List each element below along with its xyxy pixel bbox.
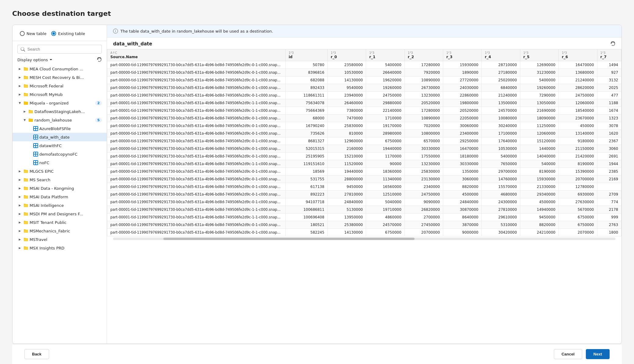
display-options-button[interactable]: Display options (17, 58, 53, 62)
chevron-icon (17, 237, 22, 242)
folder-icon (23, 92, 28, 97)
tree-item-data-with-date[interactable]: data_with_date (12, 133, 107, 141)
chevron-icon (17, 169, 22, 174)
next-button[interactable]: Next (586, 349, 610, 359)
folder-icon (23, 203, 28, 208)
svg-rect-13 (29, 118, 30, 119)
table-row: part-00000-tid-11990797699291730-b0ca7dd… (107, 76, 622, 84)
table-row: part-00000-tid-11990797699291730-b0ca7dd… (107, 229, 622, 236)
tree-container: MEA Cloud Consumption ... MESH Cost Reco… (12, 65, 107, 344)
data-table-wrapper[interactable]: A↑C Source.Name 1²3 id (107, 49, 622, 344)
table-row: part-00000-tid-11990797699291730-b0ca7dd… (107, 61, 622, 69)
tree-item-msmechanics[interactable]: MSMechanics_Fabric (12, 227, 107, 235)
item-label-msdi: MSDI PM and Designers F... (30, 212, 102, 216)
tree-item-msft-federal[interactable]: Microsoft Federal (12, 82, 107, 90)
svg-rect-23 (24, 204, 26, 205)
radio-existing-table[interactable]: Existing table (49, 30, 87, 37)
tree-item-msx[interactable]: MSX Insights PRD (12, 244, 107, 252)
tree-item-myhub[interactable]: Microsoft MyHub (12, 90, 107, 99)
col-header-r3: 1²3 r_3 (443, 49, 482, 61)
item-label-msft-federal: Microsoft Federal (30, 84, 102, 88)
refresh-icon[interactable] (97, 57, 102, 62)
folder-icon (23, 237, 28, 242)
item-label-nofc: noFC (39, 161, 102, 165)
chevron-icon (17, 101, 22, 105)
table-row: part-00000-tid-11990797699291730-b0ca7dd… (107, 168, 622, 175)
radio-circle-new (20, 31, 25, 36)
info-banner-text: The table data_with_date in random_lakeh… (120, 29, 273, 34)
tree-item-mstravel[interactable]: MSTravel (12, 235, 107, 244)
folder-icon (23, 186, 28, 191)
svg-rect-25 (24, 212, 26, 213)
back-button[interactable]: Back (24, 349, 49, 359)
tree-item-random-lakehouse[interactable]: random_lakehouse 5 (12, 116, 107, 124)
table-icon (33, 126, 38, 131)
folder-icon (23, 83, 28, 88)
svg-rect-9 (24, 101, 26, 102)
radio-circle-existing (51, 31, 56, 36)
item-label-myhub: Microsoft MyHub (30, 92, 102, 97)
chevron-icon (17, 177, 22, 182)
svg-rect-21 (24, 195, 26, 196)
tree-item-mssearch[interactable]: MS Search (12, 175, 107, 184)
item-label-mesh: MESH Cost Recovery & Bi... (30, 75, 102, 80)
horizontal-scrollbar[interactable] (113, 238, 615, 240)
tree-item-miquela[interactable]: Miquela - organized 2 (12, 99, 107, 107)
col-header-r4: 1²3 r_4 (482, 49, 520, 61)
tree-item-msai-platform[interactable]: MSAI Data Platform (12, 193, 107, 201)
tree-item-dataflows[interactable]: DataflowsStagingLakeh... (12, 107, 107, 116)
tree-item-msai-intel[interactable]: MSAI Intelligence (12, 201, 107, 210)
table-row: part-00000-tid-11990797699291730-b0ca7dd… (107, 153, 622, 160)
tree-item-msai-kongming[interactable]: MSAI Data - Kongming (12, 184, 107, 193)
tree-item-mea[interactable]: MEA Cloud Consumption ... (12, 65, 107, 73)
tree-item-msit[interactable]: MSIT Tenant Public (12, 218, 107, 227)
folder-icon (23, 169, 28, 174)
tree-item-nofc[interactable]: noFC (12, 158, 107, 167)
info-banner: i The table data_with_date in random_lak… (107, 25, 622, 37)
data-table: A↑C Source.Name 1²3 id (107, 49, 622, 236)
chevron-icon (17, 92, 22, 97)
table-row: part-00000-tid-11990797699291730-b0ca7dd… (107, 69, 622, 76)
folder-icon (23, 75, 28, 80)
chevron-icon (17, 83, 22, 88)
search-icon (21, 47, 25, 51)
tree-item-mesh[interactable]: MESH Cost Recovery & Bi... (12, 73, 107, 82)
folder-icon (28, 118, 33, 122)
col-header-r0: 1²3 r_0 (328, 49, 366, 61)
item-label-msai-intel: MSAI Intelligence (30, 203, 102, 208)
right-panel: i The table data_with_date in random_lak… (107, 25, 622, 344)
table-row: part-00000-tid-11990797699291730-b0ca7dd… (107, 221, 622, 229)
chevron-icon (22, 118, 27, 122)
folder-icon (23, 220, 28, 225)
table-icon (33, 143, 38, 148)
chevron-icon (17, 228, 22, 233)
search-input[interactable] (27, 47, 98, 51)
folder-icon (23, 194, 28, 199)
item-label-demofastcopy: demofastcopynoFC (39, 152, 102, 157)
tree-item-azureblob[interactable]: AzureBlobFSFile (12, 124, 107, 133)
info-icon: i (113, 29, 118, 34)
svg-rect-31 (24, 238, 26, 239)
col-header-r7: 1²3 r_7 (597, 49, 621, 61)
tree-item-datawithfc[interactable]: datawithFC (12, 141, 107, 150)
item-label-msmechanics: MSMechanics_Fabric (30, 229, 102, 233)
folder-icon (28, 109, 33, 114)
tree-item-mlgcs[interactable]: MLGCS EPIC (12, 167, 107, 175)
tree-item-demofastcopy[interactable]: demofastcopynoFC (12, 150, 107, 158)
display-options-label: Display options (17, 58, 48, 62)
tree-item-msdi[interactable]: MSDI PM and Designers F... (12, 210, 107, 218)
cancel-button[interactable]: Cancel (554, 349, 582, 359)
radio-label-existing: Existing table (58, 31, 85, 36)
col-header-r2: 1²3 r_2 (404, 49, 443, 61)
item-label-msai-platform: MSAI Data Platform (30, 195, 102, 199)
svg-rect-3 (24, 76, 26, 77)
item-label-msx: MSX Insights PRD (30, 246, 102, 250)
table-row: part-00000-tid-11990797699291730-b0ca7dd… (107, 137, 622, 145)
folder-icon (23, 211, 28, 216)
refresh-icon-table[interactable] (611, 41, 615, 46)
radio-new-table[interactable]: New table (17, 30, 49, 37)
folder-icon (23, 228, 28, 233)
table-row: part-00000-tid-11990797699291730-b0ca7dd… (107, 191, 622, 198)
table-row: part-00001-tid-11990797699291730-b0ca7dd… (107, 107, 622, 115)
search-box (17, 45, 102, 54)
